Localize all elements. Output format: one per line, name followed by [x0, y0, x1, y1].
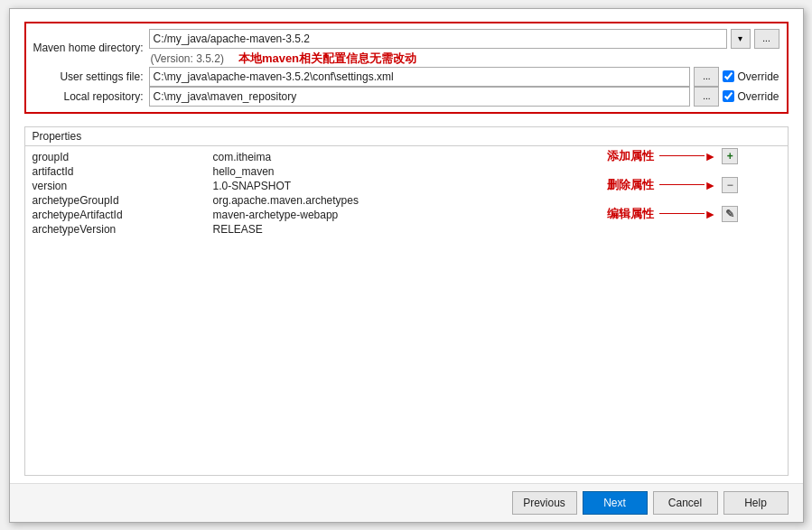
prop-value: maven-archetype-webapp — [213, 209, 600, 221]
local-repo-input[interactable] — [149, 87, 691, 107]
prop-value: 1.0-SNAPSHOT — [213, 180, 600, 192]
remove-arrow: ► — [659, 179, 717, 191]
add-annotation-row: 添加属性 ► + — [607, 148, 788, 164]
prop-value: com.itheima — [213, 151, 600, 163]
prop-name: archetypeGroupId — [33, 194, 213, 207]
prop-name: groupId — [33, 151, 213, 163]
add-property-btn[interactable]: + — [722, 148, 738, 164]
prop-value: RELEASE — [213, 223, 600, 236]
maven-home-input-group: ▾ ... (Version: 3.5.2) 本地maven相关配置信息无需改动 — [149, 29, 779, 67]
table-row: archetypeGroupId org.apache.maven.archet… — [33, 193, 600, 208]
edit-arrow: ► — [659, 208, 717, 220]
prop-value: org.apache.maven.archetypes — [213, 194, 600, 207]
properties-body: groupId com.itheima artifactId hello_mav… — [25, 146, 788, 475]
table-row: version 1.0-SNAPSHOT — [33, 179, 600, 193]
user-settings-browse-btn[interactable]: ... — [694, 67, 719, 87]
previous-button[interactable]: Previous — [512, 491, 577, 515]
maven-version-text: (Version: 3.5.2) — [151, 52, 224, 65]
next-button[interactable]: Next — [583, 491, 648, 515]
prop-name: artifactId — [33, 165, 213, 178]
user-settings-override-checkbox[interactable] — [723, 70, 734, 82]
dialog-content: Maven home directory: ▾ ... (Version: 3.… — [10, 9, 803, 483]
user-settings-override-label: Override — [723, 70, 779, 83]
properties-header: Properties — [25, 127, 788, 146]
table-row: artifactId hello_maven — [33, 164, 600, 179]
cancel-button[interactable]: Cancel — [653, 491, 718, 515]
local-repo-label: Local repository: — [26, 90, 144, 103]
maven-config-section: Maven home directory: ▾ ... (Version: 3.… — [24, 22, 789, 114]
remove-annotation-label: 删除属性 — [607, 177, 654, 193]
prop-value: hello_maven — [213, 165, 600, 178]
user-settings-input-group: ... Override — [149, 67, 779, 87]
maven-home-input[interactable] — [149, 29, 727, 49]
local-repo-input-group: ... Override — [149, 87, 779, 107]
prop-name: version — [33, 180, 213, 192]
remove-annotation-row: 删除属性 ► − — [607, 177, 788, 193]
user-settings-row: User settings file: ... Override — [26, 67, 779, 87]
maven-version-note: (Version: 3.5.2) 本地maven相关配置信息无需改动 — [149, 51, 779, 67]
prop-annotation-column: 添加属性 ► + 删除属性 ► − — [607, 146, 788, 475]
help-button[interactable]: Help — [723, 491, 789, 515]
edit-property-btn[interactable]: ✎ — [722, 206, 738, 222]
dialog-footer: Previous Next Cancel Help — [10, 483, 803, 522]
add-annotation-label: 添加属性 — [607, 148, 654, 164]
local-repo-override-label: Override — [723, 90, 779, 103]
prop-name: archetypeArtifactId — [33, 209, 213, 221]
table-row: groupId com.itheima — [33, 150, 600, 164]
prop-name: archetypeVersion — [33, 223, 213, 236]
add-arrow: ► — [659, 150, 717, 163]
maven-annotation-text: 本地maven相关配置信息无需改动 — [238, 51, 416, 67]
maven-home-dropdown-btn[interactable]: ▾ — [731, 29, 751, 49]
user-settings-input[interactable] — [149, 67, 691, 87]
maven-home-row: Maven home directory: ▾ ... (Version: 3.… — [26, 29, 779, 67]
edit-annotation-label: 编辑属性 — [607, 206, 654, 222]
local-repo-row: Local repository: ... Override — [26, 87, 779, 107]
maven-home-browse-btn[interactable]: ... — [754, 29, 779, 49]
user-settings-label: User settings file: — [26, 70, 144, 83]
edit-annotation-row: 编辑属性 ► ✎ — [607, 206, 788, 222]
properties-section: Properties groupId com.itheima artifactI… — [24, 126, 789, 476]
local-repo-override-checkbox[interactable] — [723, 90, 734, 102]
table-row: archetypeVersion RELEASE — [33, 222, 600, 237]
maven-home-input-row: ▾ ... — [149, 29, 779, 49]
properties-list: groupId com.itheima artifactId hello_mav… — [25, 146, 607, 475]
maven-home-label: Maven home directory: — [26, 42, 144, 54]
new-maven-project-dialog: Maven home directory: ▾ ... (Version: 3.… — [9, 8, 804, 523]
remove-property-btn[interactable]: − — [722, 177, 738, 193]
local-repo-browse-btn[interactable]: ... — [694, 87, 719, 107]
table-row: archetypeArtifactId maven-archetype-weba… — [33, 208, 600, 222]
